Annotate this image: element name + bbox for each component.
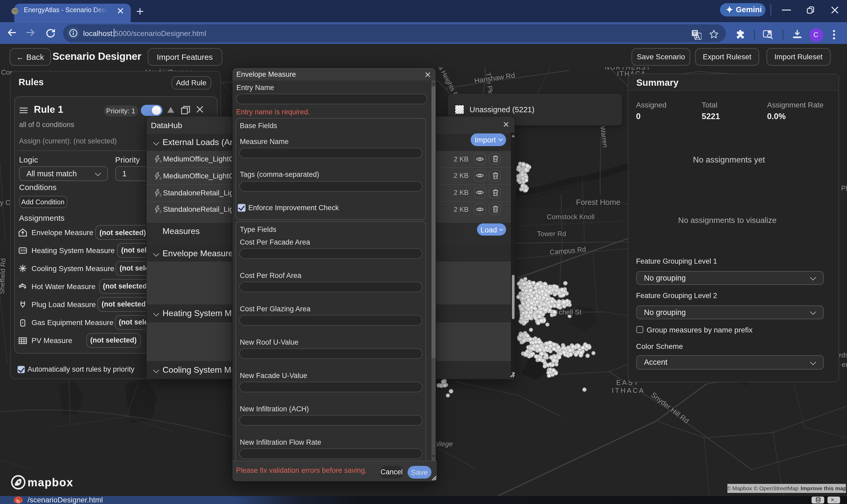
svg-text:E: E — [160, 193, 161, 197]
svg-text:E: E — [160, 160, 161, 163]
svg-text:er: er — [842, 361, 847, 368]
svg-text:Forest Home: Forest Home — [576, 198, 620, 206]
svg-text:ollege: ollege — [434, 440, 453, 448]
svg-text:chell St: chell St — [559, 308, 581, 316]
svg-text:mapbox: mapbox — [28, 476, 73, 489]
svg-text:E: E — [160, 210, 161, 214]
svg-text:Comstock Knoll: Comstock Knoll — [547, 213, 595, 221]
svg-text:NORTHEAST: NORTHEAST — [605, 67, 651, 71]
svg-text:y C: y C — [0, 199, 10, 206]
svg-text:Tower Rd: Tower Rd — [537, 230, 566, 238]
svg-text:E: E — [160, 177, 161, 180]
svg-text:ITHACA: ITHACA — [612, 386, 645, 394]
svg-text:rds: rds — [839, 351, 847, 359]
